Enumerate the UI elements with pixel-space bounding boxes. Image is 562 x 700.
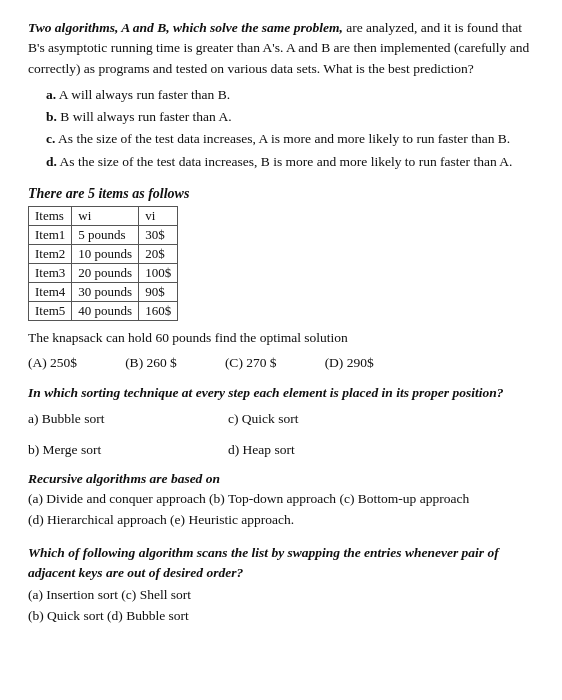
question-2: In which sorting technique at every step…	[28, 383, 534, 460]
question-3: Recursive algorithms are based on (a) Di…	[28, 471, 534, 531]
q4-title: Which of following algorithm scans the l…	[28, 543, 534, 584]
q2-options: a) Bubble sort b) Merge sort c) Quick so…	[28, 408, 534, 461]
table-row: Item320 pounds100$	[29, 263, 178, 282]
q1-intro-bold: Two algorithms, A and B, which solve the…	[28, 20, 343, 35]
items-table: ItemswiviItem15 pounds30$Item210 pounds2…	[28, 206, 178, 321]
table-cell: 40 pounds	[72, 301, 139, 320]
table-row: Item430 pounds90$	[29, 282, 178, 301]
question-1: Two algorithms, A and B, which solve the…	[28, 18, 534, 172]
q3-body: (a) Divide and conquer approach (b) Top-…	[28, 489, 534, 531]
table-row: Item210 pounds20$	[29, 244, 178, 263]
q2-opt-c: c) Quick sort	[228, 408, 408, 430]
q2-opt-d: d) Heap sort	[228, 439, 408, 461]
q2-opt-a: a) Bubble sort	[28, 408, 228, 430]
table-header: vi	[139, 206, 178, 225]
knapsack-option: (D) 290$	[325, 352, 374, 375]
table-row: Item540 pounds160$	[29, 301, 178, 320]
knapsack-option: (B) 260 $	[125, 352, 177, 375]
table-cell: Item2	[29, 244, 72, 263]
q1-intro: Two algorithms, A and B, which solve the…	[28, 18, 534, 79]
q2-col-left: a) Bubble sort b) Merge sort	[28, 408, 228, 461]
table-row: Item15 pounds30$	[29, 225, 178, 244]
knapsack-text: The knapsack can hold 60 pounds find the…	[28, 327, 534, 349]
q1-choices: a. A will always run faster than B. b. B…	[46, 85, 534, 172]
table-cell: 20 pounds	[72, 263, 139, 282]
choice-a-text: A will always run faster than B.	[59, 87, 230, 102]
table-header: Items	[29, 206, 72, 225]
table-cell: Item3	[29, 263, 72, 282]
table-section: There are 5 items as follows ItemswiviIt…	[28, 186, 534, 376]
table-cell: 10 pounds	[72, 244, 139, 263]
choice-a-label: a.	[46, 87, 59, 102]
knapsack-option: (C) 270 $	[225, 352, 277, 375]
table-cell: 5 pounds	[72, 225, 139, 244]
q4-line: (b) Quick sort (d) Bubble sort	[28, 606, 534, 627]
q1-choice-b: b. B will always run faster than A.	[46, 107, 534, 127]
q1-choice-d: d. As the size of the test data increase…	[46, 152, 534, 172]
q2-opt-b: b) Merge sort	[28, 439, 228, 461]
table-cell: 100$	[139, 263, 178, 282]
choice-d-label: d.	[46, 154, 60, 169]
choice-c-text: As the size of the test data increases, …	[58, 131, 510, 146]
q1-choice-a: a. A will always run faster than B.	[46, 85, 534, 105]
table-header: wi	[72, 206, 139, 225]
choice-b-text: B will always run faster than A.	[60, 109, 231, 124]
table-title: There are 5 items as follows	[28, 186, 534, 202]
q2-title: In which sorting technique at every step…	[28, 383, 534, 403]
table-cell: 90$	[139, 282, 178, 301]
question-4: Which of following algorithm scans the l…	[28, 543, 534, 627]
table-cell: Item4	[29, 282, 72, 301]
table-cell: 30$	[139, 225, 178, 244]
q4-body: (a) Insertion sort (c) Shell sort(b) Qui…	[28, 585, 534, 627]
q1-choice-c: c. As the size of the test data increase…	[46, 129, 534, 149]
choice-c-label: c.	[46, 131, 58, 146]
choice-b-label: b.	[46, 109, 60, 124]
table-cell: Item1	[29, 225, 72, 244]
q3-title: Recursive algorithms are based on	[28, 471, 534, 487]
knapsack-options: (A) 250$(B) 260 $(C) 270 $(D) 290$	[28, 352, 534, 375]
choice-d-text: As the size of the test data increases, …	[60, 154, 513, 169]
q4-line: (a) Insertion sort (c) Shell sort	[28, 585, 534, 606]
table-cell: 160$	[139, 301, 178, 320]
table-cell: Item5	[29, 301, 72, 320]
table-cell: 20$	[139, 244, 178, 263]
knapsack-option: (A) 250$	[28, 352, 77, 375]
table-cell: 30 pounds	[72, 282, 139, 301]
q2-col-right: c) Quick sort d) Heap sort	[228, 408, 408, 461]
